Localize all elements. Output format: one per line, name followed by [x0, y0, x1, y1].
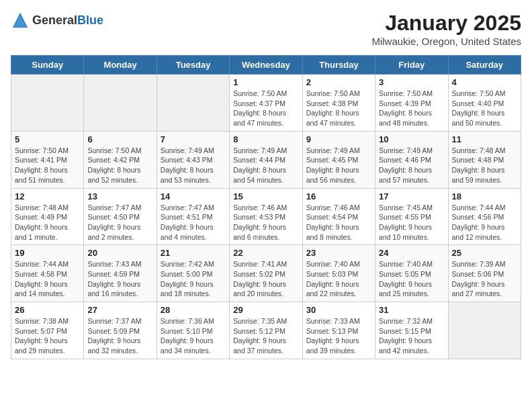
day-info: Sunrise: 7:44 AM Sunset: 4:58 PM Dayligh… — [15, 259, 80, 299]
calendar-cell: 19Sunrise: 7:44 AM Sunset: 4:58 PM Dayli… — [11, 245, 84, 302]
calendar-cell — [157, 75, 229, 132]
day-info: Sunrise: 7:50 AM Sunset: 4:37 PM Dayligh… — [233, 89, 298, 128]
day-number: 29 — [233, 305, 298, 315]
day-info: Sunrise: 7:35 AM Sunset: 5:12 PM Dayligh… — [233, 316, 298, 356]
day-info: Sunrise: 7:37 AM Sunset: 5:09 PM Dayligh… — [87, 316, 152, 356]
weekday-header-monday: Monday — [84, 56, 157, 75]
calendar-week-row: 1Sunrise: 7:50 AM Sunset: 4:37 PM Daylig… — [11, 75, 521, 132]
calendar-cell: 14Sunrise: 7:47 AM Sunset: 4:51 PM Dayli… — [157, 188, 229, 245]
day-info: Sunrise: 7:40 AM Sunset: 5:03 PM Dayligh… — [306, 259, 371, 299]
calendar-cell: 18Sunrise: 7:44 AM Sunset: 4:56 PM Dayli… — [448, 188, 521, 245]
calendar-cell: 26Sunrise: 7:38 AM Sunset: 5:07 PM Dayli… — [11, 302, 84, 359]
day-number: 5 — [15, 134, 80, 144]
day-info: Sunrise: 7:39 AM Sunset: 5:06 PM Dayligh… — [452, 259, 517, 299]
day-number: 17 — [379, 191, 444, 201]
calendar-cell: 27Sunrise: 7:37 AM Sunset: 5:09 PM Dayli… — [84, 302, 157, 359]
calendar-cell: 4Sunrise: 7:50 AM Sunset: 4:40 PM Daylig… — [448, 75, 521, 132]
day-info: Sunrise: 7:50 AM Sunset: 4:38 PM Dayligh… — [306, 89, 371, 128]
location-title: Milwaukie, Oregon, United States — [371, 36, 521, 47]
day-info: Sunrise: 7:47 AM Sunset: 4:50 PM Dayligh… — [87, 203, 152, 242]
day-info: Sunrise: 7:38 AM Sunset: 5:07 PM Dayligh… — [15, 316, 80, 356]
calendar-cell: 7Sunrise: 7:49 AM Sunset: 4:43 PM Daylig… — [157, 131, 229, 188]
calendar-week-row: 5Sunrise: 7:50 AM Sunset: 4:41 PM Daylig… — [11, 131, 521, 188]
day-number: 11 — [452, 134, 517, 144]
calendar-cell: 28Sunrise: 7:36 AM Sunset: 5:10 PM Dayli… — [157, 302, 229, 359]
day-number: 9 — [306, 134, 371, 144]
calendar-cell: 13Sunrise: 7:47 AM Sunset: 4:50 PM Dayli… — [84, 188, 157, 245]
calendar-week-row: 12Sunrise: 7:48 AM Sunset: 4:49 PM Dayli… — [11, 188, 521, 245]
day-number: 13 — [87, 191, 152, 201]
day-number: 18 — [452, 191, 517, 201]
day-info: Sunrise: 7:45 AM Sunset: 4:55 PM Dayligh… — [379, 203, 444, 242]
title-block: January 2025 Milwaukie, Oregon, United S… — [371, 11, 521, 47]
weekday-header-tuesday: Tuesday — [157, 56, 229, 75]
day-info: Sunrise: 7:50 AM Sunset: 4:39 PM Dayligh… — [379, 89, 444, 128]
calendar-cell: 3Sunrise: 7:50 AM Sunset: 4:39 PM Daylig… — [375, 75, 448, 132]
day-number: 16 — [306, 191, 371, 201]
calendar-cell: 5Sunrise: 7:50 AM Sunset: 4:41 PM Daylig… — [11, 131, 84, 188]
day-number: 27 — [87, 305, 152, 315]
day-info: Sunrise: 7:49 AM Sunset: 4:46 PM Dayligh… — [379, 146, 444, 185]
calendar-cell: 23Sunrise: 7:40 AM Sunset: 5:03 PM Dayli… — [302, 245, 375, 302]
day-info: Sunrise: 7:50 AM Sunset: 4:40 PM Dayligh… — [452, 89, 517, 128]
day-info: Sunrise: 7:46 AM Sunset: 4:53 PM Dayligh… — [233, 203, 298, 242]
weekday-header-friday: Friday — [375, 56, 448, 75]
calendar-cell — [11, 75, 84, 132]
day-info: Sunrise: 7:50 AM Sunset: 4:42 PM Dayligh… — [87, 146, 152, 185]
day-number: 6 — [87, 134, 152, 144]
day-info: Sunrise: 7:46 AM Sunset: 4:54 PM Dayligh… — [306, 203, 371, 242]
calendar-cell: 12Sunrise: 7:48 AM Sunset: 4:49 PM Dayli… — [11, 188, 84, 245]
day-number: 7 — [161, 134, 226, 144]
day-info: Sunrise: 7:33 AM Sunset: 5:13 PM Dayligh… — [306, 316, 371, 356]
day-number: 2 — [306, 77, 371, 87]
day-info: Sunrise: 7:42 AM Sunset: 5:00 PM Dayligh… — [161, 259, 226, 299]
day-info: Sunrise: 7:49 AM Sunset: 4:43 PM Dayligh… — [161, 146, 226, 185]
calendar-cell: 10Sunrise: 7:49 AM Sunset: 4:46 PM Dayli… — [375, 131, 448, 188]
day-number: 3 — [379, 77, 444, 87]
day-number: 14 — [161, 191, 226, 201]
calendar-cell: 25Sunrise: 7:39 AM Sunset: 5:06 PM Dayli… — [448, 245, 521, 302]
weekday-header-thursday: Thursday — [302, 56, 375, 75]
calendar-table: SundayMondayTuesdayWednesdayThursdayFrid… — [11, 55, 521, 359]
calendar-week-row: 26Sunrise: 7:38 AM Sunset: 5:07 PM Dayli… — [11, 302, 521, 359]
day-number: 22 — [233, 248, 298, 258]
day-number: 8 — [233, 134, 298, 144]
day-number: 20 — [87, 248, 152, 258]
calendar-cell: 22Sunrise: 7:41 AM Sunset: 5:02 PM Dayli… — [230, 245, 302, 302]
logo: GeneralBlue — [11, 11, 103, 30]
calendar-cell: 29Sunrise: 7:35 AM Sunset: 5:12 PM Dayli… — [230, 302, 302, 359]
logo-text-blue: Blue — [77, 13, 103, 27]
month-title: January 2025 — [371, 11, 521, 36]
day-number: 28 — [161, 305, 226, 315]
day-info: Sunrise: 7:41 AM Sunset: 5:02 PM Dayligh… — [233, 259, 298, 299]
day-number: 12 — [15, 191, 80, 201]
logo-icon — [11, 11, 30, 30]
day-number: 31 — [379, 305, 444, 315]
day-number: 19 — [15, 248, 80, 258]
day-number: 25 — [452, 248, 517, 258]
day-info: Sunrise: 7:48 AM Sunset: 4:49 PM Dayligh… — [15, 203, 80, 242]
calendar-cell: 9Sunrise: 7:49 AM Sunset: 4:45 PM Daylig… — [302, 131, 375, 188]
calendar-cell: 17Sunrise: 7:45 AM Sunset: 4:55 PM Dayli… — [375, 188, 448, 245]
calendar-cell: 1Sunrise: 7:50 AM Sunset: 4:37 PM Daylig… — [230, 75, 302, 132]
day-info: Sunrise: 7:50 AM Sunset: 4:41 PM Dayligh… — [15, 146, 80, 185]
page-header: GeneralBlue January 2025 Milwaukie, Oreg… — [11, 11, 521, 47]
day-number: 4 — [452, 77, 517, 87]
calendar-week-row: 19Sunrise: 7:44 AM Sunset: 4:58 PM Dayli… — [11, 245, 521, 302]
day-info: Sunrise: 7:40 AM Sunset: 5:05 PM Dayligh… — [379, 259, 444, 299]
day-number: 30 — [306, 305, 371, 315]
day-number: 23 — [306, 248, 371, 258]
day-number: 21 — [161, 248, 226, 258]
day-info: Sunrise: 7:47 AM Sunset: 4:51 PM Dayligh… — [161, 203, 226, 242]
day-number: 15 — [233, 191, 298, 201]
calendar-cell: 31Sunrise: 7:32 AM Sunset: 5:15 PM Dayli… — [375, 302, 448, 359]
calendar-cell — [448, 302, 521, 359]
weekday-header-sunday: Sunday — [11, 56, 84, 75]
logo-text-general: General — [32, 13, 77, 27]
calendar-cell: 30Sunrise: 7:33 AM Sunset: 5:13 PM Dayli… — [302, 302, 375, 359]
calendar-cell: 2Sunrise: 7:50 AM Sunset: 4:38 PM Daylig… — [302, 75, 375, 132]
day-info: Sunrise: 7:49 AM Sunset: 4:45 PM Dayligh… — [306, 146, 371, 185]
day-number: 10 — [379, 134, 444, 144]
calendar-cell: 16Sunrise: 7:46 AM Sunset: 4:54 PM Dayli… — [302, 188, 375, 245]
calendar-cell: 6Sunrise: 7:50 AM Sunset: 4:42 PM Daylig… — [84, 131, 157, 188]
